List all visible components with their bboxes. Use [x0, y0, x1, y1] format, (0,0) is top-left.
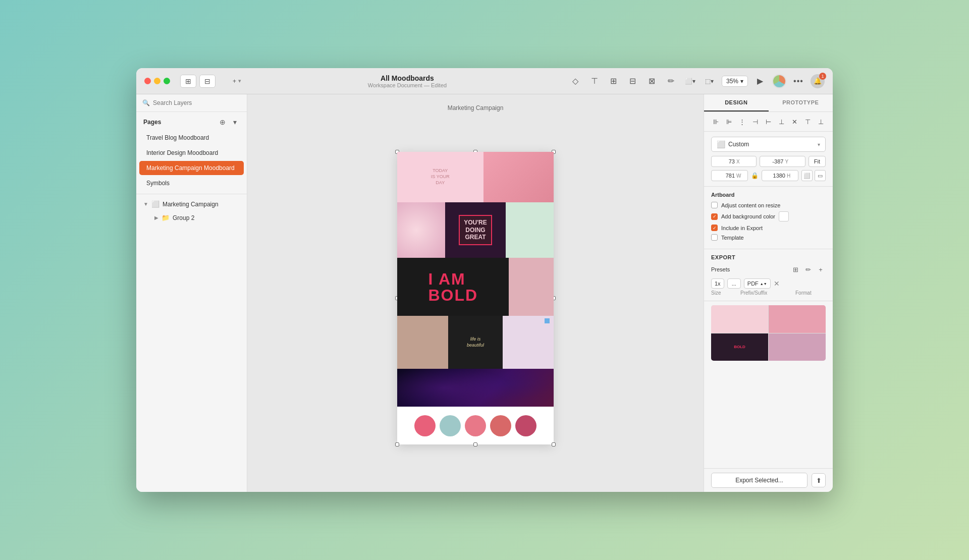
portrait-button[interactable]: ⬜ [801, 170, 813, 181]
chevron-down-icon: ▼ [143, 201, 148, 207]
cell-lightbulb [509, 258, 554, 316]
panel-toolbar: ⊪ ⊫ ⋮ ⊣ ⊢ ⊥ ✕ ⊤ ⊥ [704, 112, 833, 132]
w-input[interactable]: W [711, 170, 748, 181]
distribute-h-icon[interactable]: ⋮ [736, 116, 747, 127]
handle-bottom-left[interactable] [395, 442, 399, 446]
preview-bold-text: BOLD [734, 345, 745, 349]
transform-icon[interactable]: ⊟ [626, 74, 640, 88]
layer-group2[interactable]: ▶ 📁 Group 2 [136, 211, 247, 225]
canvas-area[interactable]: Marketing Campaign TODAYIS YOURDAY [247, 94, 704, 492]
traffic-lights [144, 78, 170, 84]
background-color-swatch[interactable] [779, 211, 789, 221]
artboard-icon: ⬜ [151, 200, 159, 208]
edit-icon[interactable]: ✏ [803, 264, 813, 274]
handle-bottom-mid[interactable] [473, 442, 477, 446]
single-view-button[interactable]: ⊞ [180, 75, 196, 88]
title-bar: ⊞ ⊟ + ▾ All Moodboards Workspace Documen… [136, 68, 833, 94]
panel-tabs: DESIGN PROTOTYPE [704, 94, 833, 112]
include-export-label: Include in Export [721, 225, 763, 231]
format-select[interactable]: PDF ▲▼ [744, 278, 771, 289]
adjust-content-checkbox[interactable] [711, 202, 718, 208]
preset-dropdown[interactable]: ⬜ Custom ▾ [711, 137, 826, 152]
bold-neon-text: I AMBOLD [428, 271, 478, 303]
align-icon[interactable]: ⊤ [587, 74, 602, 88]
template-checkbox[interactable] [711, 234, 718, 241]
add-preset-icon[interactable]: + [816, 264, 826, 274]
filter-icon[interactable]: ⊞ [790, 264, 800, 274]
group-icon: 📁 [162, 214, 170, 221]
page-item-symbols[interactable]: Symbols [139, 176, 244, 190]
remove-export-icon[interactable]: ✕ [774, 279, 780, 288]
align-bottom-icon[interactable]: ⊥ [816, 116, 827, 127]
add-background-checkbox[interactable] [711, 213, 718, 220]
preview-cell-2 [769, 305, 826, 333]
prefix-select[interactable]: ... [727, 278, 741, 289]
tab-prototype[interactable]: PROTOTYPE [769, 94, 833, 111]
add-chevron: ▾ [238, 78, 241, 84]
flip-h-icon[interactable]: ⊢ [763, 116, 774, 127]
add-background-label: Add background color [721, 213, 775, 219]
pages-chevron[interactable]: ▾ [230, 117, 240, 127]
grid-view-button[interactable]: ⊟ [199, 75, 216, 88]
component-icon[interactable]: ⊠ [645, 74, 659, 88]
size-select[interactable]: 1x [711, 278, 724, 289]
spread-icon[interactable]: ⊣ [749, 116, 761, 127]
preview-cell-1 [711, 305, 768, 333]
pages-header: Pages ⊕ ▾ [136, 112, 247, 130]
align-center-icon[interactable]: ⊫ [723, 116, 734, 127]
add-button[interactable]: + ▾ [228, 75, 246, 87]
artboard[interactable]: TODAYIS YOURDAY YOU'REDOINGGREAT [397, 152, 554, 444]
user-avatar[interactable] [772, 74, 786, 88]
y-label: Y [785, 159, 788, 164]
include-export-checkbox[interactable] [711, 225, 718, 231]
share-icon: ⬆ [816, 477, 822, 484]
fit-button[interactable]: Fit [809, 156, 826, 167]
notification-badge: 1 [819, 73, 826, 80]
add-page-button[interactable]: ⊕ [218, 117, 228, 127]
handle-bottom-right[interactable] [552, 442, 556, 446]
w-value[interactable] [715, 173, 735, 179]
page-item-travel[interactable]: Travel Blog Moodboard [139, 131, 244, 145]
notification-button[interactable]: 🔔 1 [811, 74, 825, 88]
cell-chair [503, 316, 554, 369]
close-button[interactable] [144, 78, 151, 84]
presets-label: Presets [711, 266, 788, 272]
export-selected-button[interactable]: Export Selected... [711, 473, 807, 488]
x-value[interactable] [715, 158, 735, 164]
frame-icon[interactable]: ⬚▾ [703, 74, 717, 88]
align-top-icon[interactable]: ⊤ [802, 116, 814, 127]
x-input[interactable]: X [711, 156, 757, 167]
tab-design[interactable]: DESIGN [704, 94, 769, 111]
lock-icon[interactable]: 🔒 [751, 172, 759, 179]
minimize-button[interactable] [154, 78, 160, 84]
diamond-icon[interactable]: ◇ [568, 74, 582, 88]
divider [136, 194, 247, 194]
maximize-button[interactable] [164, 78, 170, 84]
y-input[interactable]: Y [760, 156, 805, 167]
zoom-selector[interactable]: 35% ▾ [722, 76, 748, 87]
page-item-interior[interactable]: Interior Design Moodboard [139, 146, 244, 160]
h-value[interactable] [765, 173, 785, 179]
shape-icon[interactable]: ⬜▾ [683, 74, 697, 88]
page-item-marketing[interactable]: Marketing Campaign Moodboard [139, 161, 244, 175]
h-input[interactable]: H [762, 170, 798, 181]
distribute-icon[interactable]: ⊞ [607, 74, 621, 88]
play-button[interactable]: ▶ [753, 74, 767, 88]
layer-marketing-campaign[interactable]: ▼ ⬜ Marketing Campaign [136, 197, 247, 211]
align-left-icon[interactable]: ⊪ [710, 116, 721, 127]
share-button[interactable]: ⬆ [812, 473, 826, 487]
document-subtitle: Workspace Document — Edited [368, 82, 447, 88]
right-panel: DESIGN PROTOTYPE ⊪ ⊫ ⋮ ⊣ ⊢ ⊥ ✕ ⊤ ⊥ ⬜ Cus… [704, 94, 833, 492]
search-input[interactable] [153, 99, 241, 106]
pen-icon[interactable]: ✏ [664, 74, 678, 88]
neon-life-text: life isbeautiful [467, 337, 484, 348]
landscape-button[interactable]: ▭ [815, 170, 826, 181]
artboard-preset-icon: ⬜ [717, 140, 725, 148]
delete-icon[interactable]: ✕ [789, 116, 800, 127]
cell-pink-top [483, 152, 554, 202]
y-value[interactable] [763, 158, 783, 164]
more-icon[interactable]: ••• [791, 74, 805, 88]
toolbar-icons: ◇ ⊤ ⊞ ⊟ ⊠ ✏ ⬜▾ ⬚▾ 35% ▾ ▶ ••• 🔔 1 [568, 74, 825, 88]
flip-v-icon[interactable]: ⊥ [776, 116, 787, 127]
row-5 [397, 369, 554, 407]
